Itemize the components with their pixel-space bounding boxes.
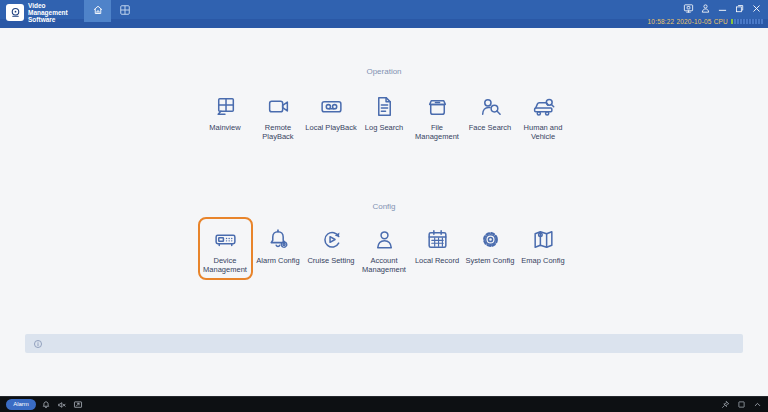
screen-layout-icon (119, 2, 131, 20)
info-bar (25, 334, 743, 353)
local-record-icon (425, 227, 450, 252)
device-management-icon (213, 227, 238, 252)
launcher-label: Device Management (199, 256, 252, 274)
launcher-face-search[interactable]: Face Search (464, 94, 517, 132)
cpu-tick (752, 19, 754, 24)
cpu-tick (761, 19, 763, 24)
launcher-mainview[interactable]: Mainview (199, 94, 252, 132)
cpu-tick (740, 19, 742, 24)
cruise-setting-icon (319, 227, 344, 252)
window-controls (683, 3, 762, 14)
operation-row: MainviewRemote PlayBackLocal PlayBackLog… (0, 94, 768, 141)
launcher-account-management[interactable]: Account Management (358, 227, 411, 274)
cpu-tick (731, 19, 733, 24)
log-search-icon (372, 94, 397, 119)
remote-playback-icon (266, 94, 291, 119)
launcher-remote-playback[interactable]: Remote PlayBack (252, 94, 305, 141)
launcher-label: Human and Vehicle (517, 123, 570, 141)
file-management-icon (425, 94, 450, 119)
face-search-icon (478, 94, 503, 119)
launcher-device-management[interactable]: Device Management (199, 227, 252, 274)
launcher-label: File Management (411, 123, 464, 141)
statusbar-right-icons (720, 400, 762, 410)
tab-screen-layout[interactable] (111, 0, 138, 22)
info-icon (33, 335, 43, 353)
tab-bar (84, 0, 138, 22)
vms-window: Video Management Software (0, 0, 768, 412)
human-vehicle-icon (531, 94, 556, 119)
app-logo-icon (6, 4, 24, 21)
launcher-system-config[interactable]: System Config (464, 227, 517, 265)
launcher-label: Local Record (415, 256, 459, 265)
mainview-icon (213, 94, 238, 119)
cpu-tick (755, 19, 757, 24)
config-row: Device ManagementAlarm ConfigCruise Sett… (0, 227, 768, 274)
launcher-human-vehicle[interactable]: Human and Vehicle (517, 94, 570, 141)
launcher-emap-config[interactable]: Emap Config (517, 227, 570, 265)
clock-cpu-text: 10:58:22 2020-10-05 CPU (648, 18, 729, 25)
launcher-label: Local PlayBack (305, 123, 356, 132)
launcher-label: Alarm Config (256, 256, 299, 265)
section-title-config: Config (0, 202, 768, 211)
launcher-label: Mainview (209, 123, 240, 132)
cpu-tick (737, 19, 739, 24)
statusbar-left-icons (41, 400, 83, 410)
launcher-alarm-config[interactable]: Alarm Config (252, 227, 305, 265)
cpu-tick (743, 19, 745, 24)
launcher-cruise-setting[interactable]: Cruise Setting (305, 227, 358, 265)
user-icon[interactable] (700, 3, 711, 14)
restore-button[interactable] (734, 3, 745, 14)
tab-home[interactable] (84, 0, 111, 22)
pin-icon[interactable] (720, 400, 730, 410)
cpu-tick (746, 19, 748, 24)
account-management-icon (372, 227, 397, 252)
fullscreen-icon[interactable] (73, 400, 83, 410)
app-title: Video Management Software (28, 2, 86, 23)
statusbar: Alarm (0, 396, 768, 412)
launcher-label: Remote PlayBack (252, 123, 305, 141)
minimize-button[interactable] (717, 3, 728, 14)
titlebar: Video Management Software (0, 0, 768, 28)
launcher-label: Emap Config (521, 256, 564, 265)
emap-config-icon (531, 227, 556, 252)
cpu-tick (758, 19, 760, 24)
launcher-label: Log Search (365, 123, 403, 132)
cpu-tick (734, 19, 736, 24)
launcher-file-management[interactable]: File Management (411, 94, 464, 141)
launcher-label: System Config (466, 256, 515, 265)
app-logo: Video Management Software (6, 2, 86, 23)
launcher-label: Cruise Setting (307, 256, 354, 265)
system-config-icon (478, 227, 503, 252)
alarm-bell-icon[interactable] (41, 400, 51, 410)
section-title-operation: Operation (0, 67, 768, 76)
launcher-log-search[interactable]: Log Search (358, 94, 411, 132)
cpu-meter (731, 19, 763, 24)
alarm-config-icon (266, 227, 291, 252)
launcher-local-record[interactable]: Local Record (411, 227, 464, 265)
alarm-button[interactable]: Alarm (6, 399, 36, 410)
launcher-label: Account Management (358, 256, 411, 274)
launcher-label: Face Search (469, 123, 512, 132)
home-icon (92, 2, 104, 20)
speaker-muted-icon[interactable] (57, 400, 67, 410)
float-window-icon[interactable] (736, 400, 746, 410)
lock-screen-icon[interactable] (683, 3, 694, 14)
local-playback-icon (319, 94, 344, 119)
cpu-tick (749, 19, 751, 24)
launcher-local-playback[interactable]: Local PlayBack (305, 94, 358, 132)
status-line: 10:58:22 2020-10-05 CPU (648, 16, 764, 26)
close-button[interactable] (751, 3, 762, 14)
collapse-up-icon[interactable] (752, 400, 762, 410)
